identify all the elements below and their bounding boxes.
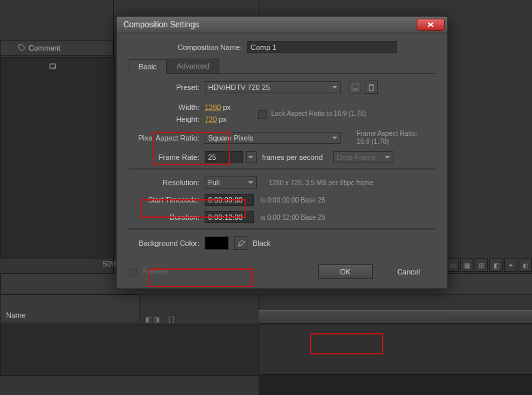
- dialog-titlebar[interactable]: Composition Settings: [117, 17, 447, 33]
- name-column-header: Name: [0, 294, 140, 322]
- height-value[interactable]: 720: [205, 115, 217, 123]
- fps-input[interactable]: [205, 151, 243, 163]
- par-label: Pixel Aspect Ratio:: [129, 134, 205, 142]
- duration-label: Duration:: [129, 213, 205, 221]
- comp-name-input[interactable]: [247, 41, 397, 53]
- ok-button[interactable]: OK: [318, 264, 373, 279]
- viewer-icon[interactable]: ◐: [519, 258, 532, 272]
- width-unit: px: [223, 103, 231, 111]
- far-value: 16:9 (1.78): [357, 138, 417, 146]
- duration-info: is 0:00:12:00 Base 25: [261, 214, 325, 221]
- timeline-ruler[interactable]: [259, 310, 532, 324]
- viewer-icon[interactable]: ✦: [504, 258, 517, 272]
- composition-settings-dialog: Composition Settings Composition Name: B…: [116, 16, 448, 289]
- comment-column-header: Comment: [0, 40, 113, 56]
- fps-unit: frames per second: [262, 153, 323, 161]
- start-tc-info: is 0:00:00:00 Base 25: [261, 197, 325, 204]
- save-icon: [351, 83, 359, 91]
- comp-name-label: Composition Name:: [129, 43, 247, 51]
- tab-basic[interactable]: Basic: [129, 59, 167, 74]
- svg-rect-2: [353, 88, 357, 91]
- dropframe-select: Drop Frame: [333, 151, 393, 163]
- cancel-button[interactable]: Cancel: [382, 265, 435, 278]
- duration-input[interactable]: [205, 211, 254, 223]
- preview-label: Preview: [142, 267, 168, 275]
- viewer-icon[interactable]: ⊞: [475, 258, 488, 272]
- resolution-select[interactable]: Full: [205, 177, 257, 189]
- far-label: Frame Aspect Ratio:: [357, 130, 417, 138]
- bgcolor-swatch[interactable]: [205, 236, 229, 250]
- save-preset-button[interactable]: [349, 81, 362, 94]
- trash-icon: [367, 83, 375, 91]
- layer-toggles[interactable]: ◧ ◨ { }: [145, 316, 175, 323]
- fps-label: Frame Rate:: [129, 153, 205, 161]
- start-tc-input[interactable]: [205, 194, 254, 206]
- lock-aspect-checkbox[interactable]: [258, 110, 267, 119]
- bgcolor-label: Background Color:: [129, 239, 205, 247]
- lock-aspect-label: Lock Aspect Ratio to 16:9 (1.78): [271, 110, 366, 117]
- resolution-info: 1280 x 720, 3.5 MB per 8bpc frame: [269, 179, 373, 187]
- preset-label: Preset:: [129, 83, 205, 91]
- close-button[interactable]: [417, 19, 445, 31]
- viewer-icon-row: ▭ ▦ ⊞ ◧ ✦ ◐: [445, 258, 532, 272]
- viewer-icon[interactable]: ▦: [460, 258, 473, 272]
- eyedropper-button[interactable]: [234, 236, 247, 250]
- width-label: Width:: [129, 103, 205, 111]
- tag-icon: [18, 44, 26, 52]
- width-value[interactable]: 1280: [205, 103, 221, 111]
- tab-advanced[interactable]: Advanced: [167, 59, 219, 73]
- bgcolor-name: Black: [253, 239, 271, 247]
- comment-label: Comment: [29, 44, 61, 52]
- eyedropper-icon: [237, 239, 245, 247]
- viewer-icon[interactable]: ◧: [489, 258, 503, 272]
- height-unit: px: [219, 115, 227, 123]
- preview-checkbox: [129, 268, 137, 276]
- tabs: Basic Advanced: [129, 59, 435, 74]
- start-tc-label: Start Timecode:: [129, 196, 205, 204]
- par-select[interactable]: Square Pixels: [205, 132, 341, 144]
- dialog-title: Composition Settings: [123, 20, 199, 29]
- height-label: Height:: [129, 115, 205, 123]
- delete-preset-button[interactable]: [365, 81, 378, 94]
- close-icon: [427, 22, 434, 27]
- zoom-level[interactable]: 50%: [103, 260, 117, 268]
- fps-dropdown[interactable]: [246, 151, 257, 163]
- panel-menu-icon[interactable]: [49, 61, 59, 72]
- bottom-strip: [259, 374, 532, 395]
- preset-select[interactable]: HDV/HDTV 720 25: [205, 81, 341, 93]
- resolution-label: Resolution:: [129, 179, 205, 187]
- name-label: Name: [6, 311, 25, 319]
